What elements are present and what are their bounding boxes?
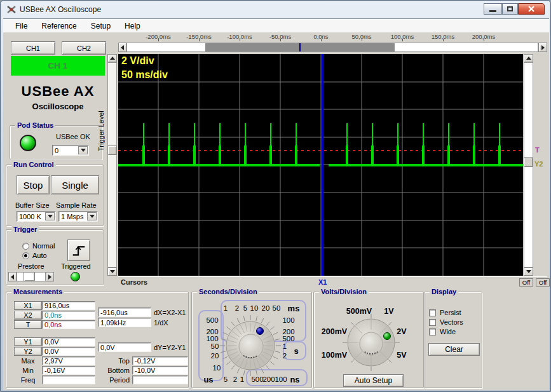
display-title: Display (430, 288, 458, 295)
trigger-level-thumb[interactable] (107, 145, 117, 155)
run-control-group: Run Control Stop Single Buffer Size Samp… (6, 165, 104, 226)
waveform-pulse-foot (397, 145, 399, 166)
y2-thumb[interactable] (524, 157, 533, 167)
menu-reference[interactable]: Reference (34, 20, 83, 32)
volts-division-knob[interactable] (339, 311, 403, 374)
trigger-level-track[interactable] (107, 62, 117, 267)
freq-value (42, 375, 95, 384)
ruler-tick-5 (362, 39, 362, 41)
menu-help[interactable]: Help (118, 20, 147, 32)
sample-rate-select[interactable]: 1 Msps (58, 211, 98, 222)
dx-formula-label: dX=X2-X1 (154, 309, 186, 316)
secdiv-us-row-1: 1 (240, 375, 244, 383)
cursor-off-toggle-1[interactable]: Off (519, 278, 533, 287)
y2-down-button[interactable] (524, 267, 533, 276)
rising-edge-icon (71, 242, 87, 259)
maximize-button[interactable] (502, 3, 518, 15)
seconds-division-knob[interactable] (215, 311, 285, 381)
channel-tab-ch1[interactable]: CH1 (11, 41, 55, 55)
stop-button[interactable]: Stop (17, 175, 50, 194)
secdiv-us-left-20: 20 (211, 352, 219, 360)
menu-setup[interactable]: Setup (84, 20, 118, 32)
product-logo-sub: Oscilloscope (11, 102, 105, 111)
minimize-button[interactable] (484, 3, 502, 15)
trigger-level-up-button[interactable] (107, 54, 117, 62)
single-button[interactable]: Single (51, 175, 99, 194)
secdiv-ms-unit: ms (288, 304, 300, 313)
min-label: Min (14, 367, 42, 374)
pod-number-dropdown-button[interactable] (78, 146, 88, 154)
secdiv-us-left-500: 500 (206, 316, 218, 324)
waveform-pulse-foot (269, 145, 272, 166)
ruler-tick-4 (321, 39, 322, 41)
vectors-checkbox[interactable] (429, 319, 436, 326)
x1-cursor-line[interactable] (322, 54, 323, 276)
voltdiv-option-1V: 1V (384, 307, 393, 316)
waveform-pulse-foot (473, 145, 475, 166)
prestore-label: Prestore (18, 262, 44, 270)
trigger-auto-radio[interactable] (22, 252, 29, 259)
close-button[interactable] (518, 3, 545, 15)
maximize-icon (507, 6, 513, 11)
prestore-thumb[interactable] (24, 272, 35, 281)
x1-button[interactable]: X1 (14, 301, 42, 310)
close-icon (528, 6, 534, 12)
trigger-title: Trigger (11, 226, 39, 233)
arrow-up-icon (526, 57, 531, 60)
volts-division-indicator-dot (384, 333, 391, 340)
x2-button[interactable]: X2 (14, 311, 42, 320)
channel-tab-ch2[interactable]: CH2 (62, 41, 106, 55)
vectors-label: Vectors (440, 318, 463, 326)
pod-number-select[interactable]: 0 (52, 145, 89, 156)
trigger-slope-button[interactable] (67, 240, 90, 261)
wide-label: Wide (440, 328, 456, 335)
top-label: Top (102, 357, 130, 365)
t-value: 0,0ns (42, 320, 95, 329)
clear-button[interactable]: Clear (428, 343, 480, 356)
ruler-tick-0 (158, 39, 159, 41)
y1-button[interactable]: Y1 (14, 337, 42, 346)
auto-setup-button[interactable]: Auto Setup (343, 374, 404, 387)
sample-rate-dropdown-button[interactable] (87, 212, 97, 220)
prestore-right-button[interactable] (46, 272, 54, 281)
active-channel-banner: CH 1 (11, 56, 105, 76)
prestore-scrollbar (8, 272, 54, 281)
y2-button[interactable]: Y2 (14, 347, 42, 356)
waveform-display[interactable]: 2 V/div 50 ms/div (118, 54, 523, 276)
ruler-tick-6 (402, 39, 403, 41)
menu-file[interactable]: File (8, 20, 34, 32)
buffer-size-select[interactable]: 1000 K (17, 211, 56, 222)
prestore-left-button[interactable] (8, 272, 17, 281)
x1-cursor-label[interactable]: X1 (318, 278, 327, 286)
voltdiv-option-5V: 5V (397, 351, 406, 360)
trigger-level-down-button[interactable] (107, 267, 117, 276)
pod-status-title: Pod Status (15, 121, 55, 129)
y2-marker[interactable]: Y2 (534, 160, 543, 168)
arrow-down-icon (110, 270, 115, 273)
chevron-down-icon (90, 215, 95, 218)
waveform-pulse-foot (193, 145, 196, 166)
t-button[interactable]: T (14, 320, 42, 329)
hscroll-right-button[interactable] (538, 43, 547, 52)
arrow-down-icon (526, 270, 531, 273)
display-group: Display Persist Vectors Wide Clear (424, 292, 482, 388)
bottom-value: -10,0V (132, 366, 188, 375)
persist-checkbox[interactable] (429, 309, 436, 316)
buffer-size-value: 1000 K (19, 213, 41, 220)
trigger-level-line[interactable] (118, 150, 523, 151)
waveform-pulse-foot (422, 145, 425, 166)
y2-up-button[interactable] (524, 54, 533, 62)
cursor-bar: Cursors X1 Off Off (118, 276, 547, 287)
inv-dx-formula-label: 1/dX (154, 319, 168, 327)
trigger-marker[interactable]: T (535, 146, 540, 154)
wide-checkbox[interactable] (429, 328, 436, 335)
waveform-pulse-foot (295, 145, 297, 166)
voltdiv-option-200mV: 200mV (322, 327, 347, 336)
horizontal-scrollbar (118, 43, 547, 52)
app-icon (6, 4, 17, 15)
trigger-normal-radio[interactable] (22, 243, 29, 250)
title-bar[interactable]: USBee AX Oscilloscope (1, 1, 551, 18)
hscroll-left-button[interactable] (118, 43, 126, 52)
buffer-size-dropdown-button[interactable] (45, 212, 55, 220)
cursor-off-toggle-2[interactable]: Off (536, 278, 550, 287)
